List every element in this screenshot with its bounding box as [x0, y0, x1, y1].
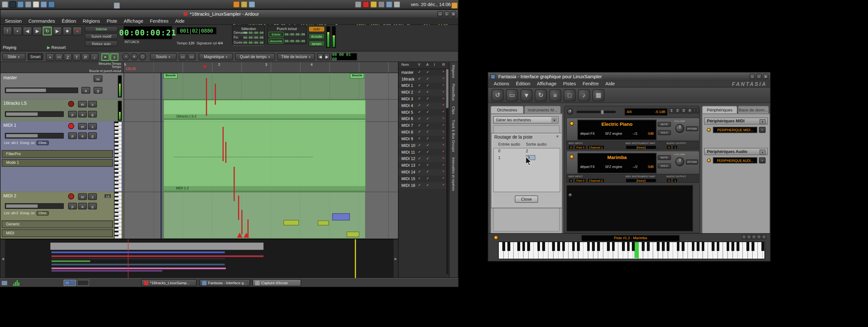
group-button[interactable]: g — [88, 203, 97, 209]
gain-fader[interactable] — [5, 88, 78, 93]
punch-clock[interactable]: 00:00:00:00 — [285, 33, 305, 36]
solo-button[interactable]: solo — [308, 26, 325, 32]
solo-isolate-button[interactable]: ▪ — [13, 27, 22, 35]
fx-send-label[interactable]: départ FX — [580, 165, 595, 168]
record-button[interactable]: ● — [72, 27, 82, 35]
menu-item[interactable]: Commandes — [25, 18, 58, 25]
browser-icon[interactable] — [48, 1, 55, 8]
audio-in-cell[interactable]: 1 — [498, 155, 500, 159]
menu-item[interactable]: Édition — [513, 81, 533, 88]
audio-out-chip[interactable]: 1 — [673, 179, 678, 183]
group-button[interactable]: g — [88, 132, 97, 139]
automation-button[interactable]: a — [78, 111, 87, 118]
menu-item[interactable]: Pistes — [560, 81, 579, 88]
overview-view-rect[interactable] — [51, 243, 264, 250]
taskbar-item-ardour[interactable]: *16tracks_LinuxSamp... — [141, 279, 196, 287]
track-list-row[interactable]: MIDI 1✓✓● — [399, 82, 449, 89]
track-name[interactable]: master — [3, 76, 17, 81]
kb-button[interactable] — [742, 235, 746, 239]
music-player-icon[interactable] — [40, 1, 47, 8]
midnam-mode-selector[interactable]: MIDI — [2, 229, 113, 237]
solo-button[interactable]: s — [88, 123, 97, 130]
solo-button[interactable]: SOLO — [658, 130, 671, 136]
follow-edits-button[interactable]: Suivre modif — [85, 33, 118, 39]
taskbar-item-screenshot[interactable]: Capture d'écran — [252, 279, 301, 287]
overview-scroll-left[interactable]: ◀ — [1, 239, 5, 277]
group-button[interactable]: g — [93, 87, 102, 94]
minimize-button[interactable]: – — [437, 11, 443, 17]
mixer-icon[interactable] — [378, 1, 385, 8]
workspace-2[interactable] — [77, 280, 89, 286]
instrument-map-chip[interactable]: [None] — [625, 179, 656, 183]
midi-note[interactable] — [347, 232, 359, 237]
applications-menu-icon[interactable] — [2, 1, 8, 8]
channel-power-led[interactable] — [569, 154, 574, 159]
track-header-master[interactable]: master m a g — [1, 73, 124, 100]
mute-button[interactable]: MUTE — [658, 155, 671, 160]
track-list-row[interactable]: MIDI 11✓✓● — [399, 149, 449, 156]
track-list-scrollbar[interactable] — [446, 69, 448, 274]
automation-button[interactable]: a — [78, 132, 87, 139]
ardour-titlebar[interactable]: *16tracks_LinuxSampler - Ardour –▫× — [1, 10, 458, 18]
side-tab[interactable]: Track & Bus Groups — [452, 120, 456, 152]
track-list-row[interactable]: MIDI 7✓✓● — [399, 122, 449, 129]
piano-roll-keys[interactable] — [114, 191, 122, 239]
audio-device-options-button[interactable]: ≡ — [759, 157, 766, 164]
track-list-row[interactable]: MIDI 10✓✓● — [399, 142, 449, 149]
edit-point-dropdown[interactable]: Tête de lecture▼ — [277, 53, 315, 61]
shrink-tracks-button[interactable]: ▭ — [188, 53, 195, 61]
midi-channel-mode[interactable]: Lire: all>1 Enreg. so Chns — [4, 141, 49, 144]
mute-button[interactable]: m — [93, 76, 102, 82]
automation-button[interactable]: a — [82, 87, 90, 94]
midi-channel-chip[interactable]: Channel 1 — [587, 145, 604, 149]
zoom-in-button[interactable]: + — [130, 53, 138, 61]
close-button[interactable]: × — [451, 11, 456, 17]
midi-port-chip[interactable]: Port 0 — [575, 145, 586, 149]
punch-toggle-button[interactable]: Entrée — [268, 32, 284, 37]
loop-end-marker[interactable]: Boucle — [350, 73, 365, 79]
bank-next-button[interactable] — [696, 108, 699, 113]
ruler-lane-bars[interactable]: Mesures:Temps — [99, 62, 121, 65]
menu-item[interactable]: Édition — [58, 18, 80, 25]
midi-device-options-button[interactable]: ≡ — [759, 127, 766, 133]
track-header-16tracks[interactable]: 16tracks LS m s p a g — [1, 99, 124, 122]
midi-note[interactable] — [318, 220, 329, 226]
orchestras-combo[interactable]: Gérer les orchestres▼ — [493, 116, 559, 124]
pencil-tool-button[interactable]: P — [82, 53, 90, 61]
playlist-button[interactable]: p — [68, 111, 77, 118]
sync-source-button[interactable]: Interne — [85, 26, 118, 32]
kb-button[interactable] — [762, 235, 766, 239]
zoom-out-button[interactable]: − — [122, 53, 130, 61]
master-volume-slider[interactable] — [577, 111, 616, 113]
automation-button[interactable]: a — [78, 203, 87, 209]
audio-out-chip[interactable]: 0 — [666, 179, 672, 183]
close-button[interactable]: Close — [515, 196, 538, 203]
pencil-icon[interactable] — [371, 1, 377, 8]
audio-out-chip[interactable]: 0 — [666, 145, 672, 149]
routing-table[interactable]: 0213 — [493, 148, 560, 192]
tab-orchestras[interactable]: Orchestres — [491, 106, 524, 113]
audio-in-cell[interactable]: 0 — [498, 149, 500, 153]
playhead-marker[interactable] — [203, 65, 207, 69]
tab-devices[interactable]: Périphériques — [702, 106, 738, 113]
audio-out-cell[interactable]: 2 — [526, 149, 528, 153]
mute-button[interactable]: MUTE — [658, 122, 671, 127]
side-tab[interactable]: Régions — [452, 65, 456, 78]
kb-button[interactable] — [756, 235, 761, 239]
tempo-meter-readout[interactable]: Tempo 120 Signature ryt 4/4 — [177, 41, 223, 45]
dialog-close-icon[interactable]: × — [555, 134, 560, 140]
engine-label[interactable]: SFZ engine — [605, 132, 622, 135]
selection-row-clock[interactable]: 00:00:00:00 — [244, 31, 264, 34]
menu-item[interactable]: Fenêtre — [579, 81, 602, 88]
notes-tray-icon[interactable] — [451, 2, 458, 9]
kb-button[interactable] — [747, 235, 751, 239]
gain-fader[interactable] — [5, 112, 64, 117]
panic-button[interactable]: ! — [3, 27, 12, 35]
timefx-tool-button[interactable]: T — [72, 53, 81, 61]
audio-settings-icon[interactable] — [241, 1, 248, 8]
expand-tracks-button[interactable]: ▭ — [179, 53, 186, 61]
channel-power-led[interactable] — [569, 121, 574, 126]
midi-note[interactable] — [283, 220, 299, 226]
master-volume-knob[interactable] — [567, 109, 573, 115]
piano-black-keys[interactable] — [499, 242, 765, 251]
